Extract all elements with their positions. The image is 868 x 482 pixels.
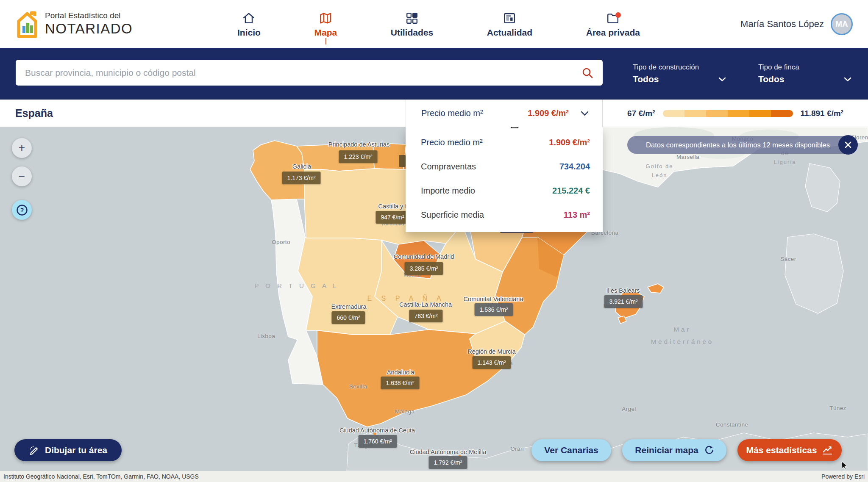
user-menu[interactable]: María Santos López MA <box>740 0 853 48</box>
logo-line1: Portal Estadístico del <box>45 11 133 20</box>
question-icon: ? <box>16 204 28 216</box>
attribution-powered: Powered by Esri <box>821 473 865 480</box>
reset-icon <box>704 445 714 455</box>
stats-option-label: Compraventas <box>421 162 476 172</box>
nav-item-mapa[interactable]: Mapa <box>314 11 337 38</box>
news-icon <box>503 12 516 24</box>
nav-label: Utilidades <box>391 28 433 38</box>
logo[interactable]: Portal Estadístico del NOTARIADO <box>15 8 133 39</box>
main-nav: Inicio Mapa Utilidades Actualidad Área p… <box>237 0 640 48</box>
stats-option-label: Superficie media <box>421 210 484 220</box>
legend-segment <box>684 110 706 117</box>
region-price-tag[interactable]: 1.792 €/m² <box>429 456 467 469</box>
region-price-tag[interactable]: 3.285 €/m² <box>405 262 443 275</box>
region-price-tag[interactable]: 1.638 €/m² <box>381 377 420 389</box>
region-price-tag[interactable]: 1.223 €/m² <box>339 150 378 163</box>
close-icon <box>844 141 852 149</box>
reset-map-label: Reiniciar mapa <box>635 445 698 455</box>
nav-item-area-privada[interactable]: Área privada <box>586 11 640 38</box>
region-price-tag[interactable]: 3.921 €/m² <box>604 295 643 308</box>
toast-text: Datos correspondientes a los últimos 12 … <box>627 141 857 149</box>
nav-label: Actualidad <box>487 28 532 38</box>
stats-option-value: 734.204 <box>559 162 590 172</box>
filter-construction-type[interactable]: Tipo de construcción Todos <box>633 63 726 84</box>
draw-area-button[interactable]: Dibujar tu área <box>14 439 122 461</box>
legend-segment <box>749 110 771 117</box>
stats-option-3[interactable]: Superficie media 113 m² <box>406 203 603 227</box>
reset-map-button[interactable]: Reiniciar mapa <box>622 439 726 461</box>
stats-option-value: 215.224 € <box>552 186 590 196</box>
user-name: María Santos López <box>740 19 824 30</box>
price-legend: 67 €/m² 11.891 €/m² <box>603 100 868 127</box>
stats-option-label: Precio medio m² <box>421 138 483 147</box>
search-band: Tipo de construcción Todos Tipo de finca… <box>0 48 868 100</box>
legend-min: 67 €/m² <box>627 109 655 118</box>
region-price-tag[interactable]: 947 €/m² <box>376 211 409 224</box>
legend-max: 11.891 €/m² <box>801 109 843 118</box>
stats-option-2[interactable]: Importe medio 215.224 € <box>406 179 603 203</box>
filters: Tipo de construcción Todos Tipo de finca… <box>619 48 868 100</box>
draw-area-label: Dibujar tu área <box>45 445 107 455</box>
map-icon <box>319 12 332 24</box>
region-price-tag[interactable]: 660 €/m² <box>331 311 365 324</box>
stat-selector[interactable]: Precio medio m² 1.909 €/m² <box>406 100 603 127</box>
chevron-down-icon <box>844 77 851 82</box>
region-summary-bar: España Precio medio m² 1.909 €/m² 67 €/m… <box>0 100 868 127</box>
legend-segment <box>706 110 728 117</box>
ver-canarias-label: Ver Canarias <box>544 445 598 455</box>
more-stats-button[interactable]: Más estadísticas <box>737 439 842 461</box>
filter-value: Todos <box>758 74 784 84</box>
legend-gradient-bar <box>663 110 793 117</box>
region-title: España <box>15 100 53 127</box>
region-price-tag[interactable]: 763 €/m² <box>409 310 442 322</box>
help-button[interactable]: ? <box>12 200 32 220</box>
legend-segment <box>728 110 749 117</box>
search-icon[interactable] <box>581 67 593 79</box>
stat-selector-value: 1.909 €/m² <box>528 108 569 118</box>
ver-canarias-button[interactable]: Ver Canarias <box>531 439 611 461</box>
notariado-logo-icon <box>15 8 39 39</box>
nav-label: Área privada <box>586 28 640 38</box>
chevron-down-icon <box>581 111 589 116</box>
app-root: OviedoValladolidMadridValenciaMurciaMall… <box>0 0 868 482</box>
filter-property-type[interactable]: Tipo de finca Todos <box>758 63 851 84</box>
nav-label: Inicio <box>237 28 261 38</box>
region-price-tag[interactable]: 1.536 €/m² <box>475 303 513 316</box>
pencil-icon <box>29 445 40 456</box>
legend-segment <box>771 110 793 117</box>
search-box <box>16 60 603 86</box>
region-price-tag[interactable]: 1.143 €/m² <box>473 356 511 369</box>
nav-label: Mapa <box>314 28 337 38</box>
region-price-tag[interactable]: 1.173 €/m² <box>282 172 321 184</box>
nav-item-utilidades[interactable]: Utilidades <box>391 11 433 38</box>
nav-item-actualidad[interactable]: Actualidad <box>487 11 532 38</box>
stats-option-1[interactable]: Compraventas 734.204 <box>406 155 603 179</box>
stats-option-value: 113 m² <box>564 210 590 220</box>
avatar[interactable]: MA <box>831 13 853 35</box>
data-notice-toast: Datos correspondientes a los últimos 12 … <box>627 136 857 154</box>
stats-option-label: Importe medio <box>421 186 475 196</box>
filter-value: Todos <box>633 74 659 84</box>
stats-option-0[interactable]: Precio medio m² 1.909 €/m² <box>406 130 603 155</box>
home-icon <box>242 12 255 24</box>
folder-icon <box>606 12 619 24</box>
filter-label: Tipo de finca <box>758 63 851 72</box>
stats-option-value: 1.909 €/m² <box>549 138 590 147</box>
notification-badge <box>615 12 621 18</box>
logo-text: Portal Estadístico del NOTARIADO <box>45 11 133 37</box>
search-input[interactable] <box>25 68 581 78</box>
hidden-tag-sliver2 <box>399 155 406 167</box>
zoom-out-button[interactable]: − <box>12 166 32 186</box>
filter-label: Tipo de construcción <box>633 63 726 72</box>
nav-item-inicio[interactable]: Inicio <box>237 11 261 38</box>
attribution-sources: Instituto Geográfico Nacional, Esri, Tom… <box>3 473 199 480</box>
zoom-in-button[interactable]: + <box>12 138 32 158</box>
more-stats-label: Más estadísticas <box>746 445 817 455</box>
svg-text:?: ? <box>20 207 24 213</box>
grid-icon <box>406 12 418 24</box>
region-price-tag[interactable]: 1.760 €/m² <box>359 435 397 448</box>
map-attribution-bar: Instituto Geográfico Nacional, Esri, Tom… <box>0 471 868 482</box>
toast-close-button[interactable] <box>838 135 858 155</box>
chevron-down-icon <box>718 77 726 82</box>
chart-icon <box>822 445 833 455</box>
